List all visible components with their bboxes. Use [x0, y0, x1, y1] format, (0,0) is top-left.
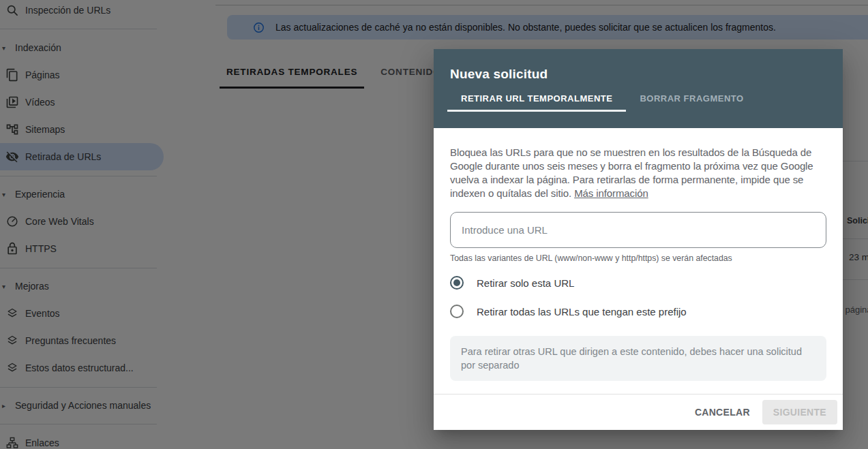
url-input[interactable]: [450, 212, 826, 248]
next-button[interactable]: SIGUIENTE: [762, 400, 837, 424]
modal-footer: CANCELAR SIGUIENTE: [434, 394, 843, 430]
radio-retirar-todas-las-urls-prefijo[interactable]: Retirar todas las URLs que tengan este p…: [450, 305, 826, 318]
tab-retirar-url-temporalmente[interactable]: RETIRAR URL TEMPORALMENTE: [447, 93, 626, 112]
radio-label: Retirar solo esta URL: [477, 277, 574, 289]
modal-header: Nueva solicitud RETIRAR URL TEMPORALMENT…: [434, 49, 843, 128]
radio-button-selected-icon[interactable]: [450, 276, 464, 290]
nueva-solicitud-modal: Nueva solicitud RETIRAR URL TEMPORALMENT…: [434, 49, 843, 430]
search-console-app: Inspección de URLs ▾ Indexación Páginas …: [0, 0, 868, 449]
modal-title: Nueva solicitud: [450, 67, 826, 82]
radio-label: Retirar todas las URLs que tengan este p…: [477, 306, 687, 318]
radio-button-unselected-icon[interactable]: [450, 305, 464, 318]
modal-description: Bloquea las URLs para que no se muestren…: [450, 146, 826, 200]
radio-retirar-solo-esta-url[interactable]: Retirar solo esta URL: [450, 276, 826, 290]
learn-more-link[interactable]: Más información: [574, 187, 648, 199]
modal-tab-bar: RETIRAR URL TEMPORALMENTE BORRAR FRAGMEN…: [447, 93, 826, 112]
modal-body: Bloquea las URLs para que no se muestren…: [434, 128, 843, 381]
separate-request-note: Para retirar otras URL que dirigen a est…: [450, 336, 826, 381]
tab-borrar-fragmento[interactable]: BORRAR FRAGMENTO: [626, 93, 757, 112]
cancel-button[interactable]: CANCELAR: [688, 401, 757, 423]
url-helper-text: Todas las variantes de URL (www/non-www …: [450, 253, 826, 263]
